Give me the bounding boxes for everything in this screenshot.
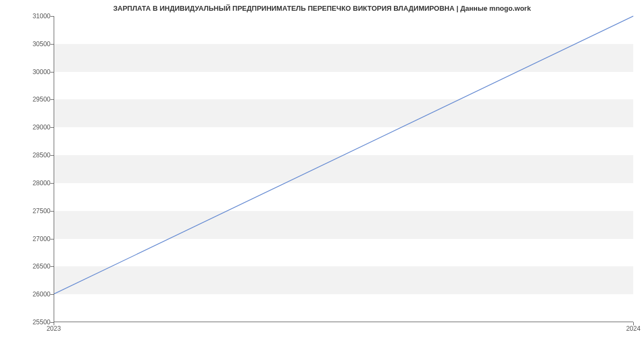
y-tick-mark — [50, 99, 54, 100]
y-tick-label: 31000 — [33, 12, 50, 20]
y-tick-mark — [50, 239, 54, 239]
y-tick-label: 26500 — [33, 263, 50, 270]
y-tick-mark — [50, 44, 54, 45]
y-tick-label: 30000 — [33, 68, 50, 76]
x-tick-label: 2024 — [626, 325, 641, 332]
y-tick-label: 29500 — [33, 96, 50, 103]
x-tick-mark — [633, 322, 634, 325]
y-tick-mark — [50, 211, 54, 212]
y-tick-label: 30500 — [33, 40, 50, 48]
y-tick-mark — [50, 16, 54, 17]
y-tick-mark — [50, 294, 54, 295]
data-line — [54, 16, 633, 294]
chart-container: ЗАРПЛАТА В ИНДИВИДУАЛЬНЫЙ ПРЕДПРИНИМАТЕЛ… — [0, 0, 644, 349]
y-tick-mark — [50, 155, 54, 156]
line-layer — [54, 16, 633, 322]
y-tick-label: 26000 — [33, 290, 50, 298]
y-tick-label: 28500 — [33, 151, 50, 159]
y-tick-mark — [50, 266, 54, 267]
x-tick-mark — [54, 322, 54, 325]
y-tick-mark — [50, 183, 54, 184]
y-tick-mark — [50, 127, 54, 128]
x-tick-label: 2023 — [47, 325, 61, 332]
y-tick-label: 27000 — [33, 235, 50, 243]
y-tick-label: 28000 — [33, 179, 50, 187]
y-tick-mark — [50, 72, 54, 72]
y-tick-label: 29000 — [33, 123, 50, 131]
y-tick-label: 27500 — [33, 207, 50, 215]
chart-title: ЗАРПЛАТА В ИНДИВИДУАЛЬНЫЙ ПРЕДПРИНИМАТЕЛ… — [0, 4, 644, 12]
plot-area — [54, 16, 633, 322]
